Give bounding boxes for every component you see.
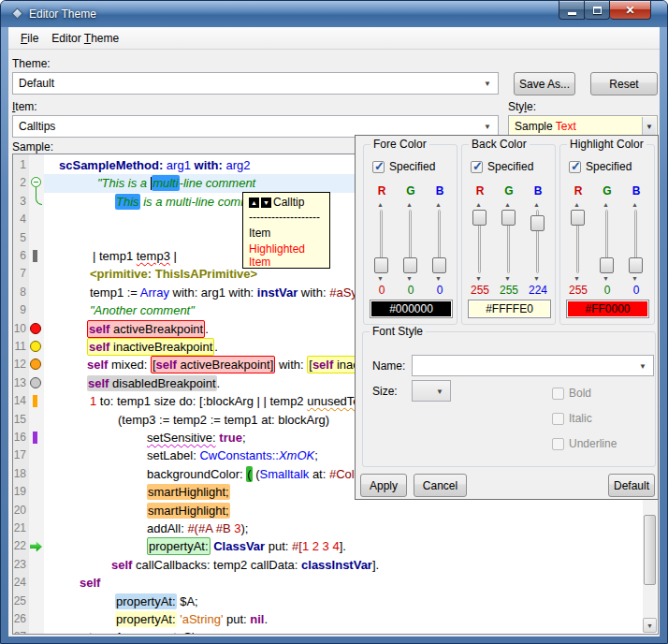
cancel-button[interactable]: Cancel	[414, 474, 467, 497]
channel-slider-r[interactable]: ▲▼	[472, 201, 486, 282]
marker-cell[interactable]	[29, 301, 44, 320]
style-combobox-arrow-button[interactable]: ▼	[642, 117, 656, 136]
marker-cell[interactable]	[29, 574, 44, 593]
line-number[interactable]: 3	[13, 193, 29, 212]
menu-item-file[interactable]: File	[14, 30, 45, 47]
line-number[interactable]: 8	[13, 284, 29, 302]
close-button[interactable]: ✕	[610, 1, 651, 20]
line-number[interactable]: 12	[13, 356, 29, 374]
line-number[interactable]: 27	[13, 628, 29, 635]
specified-checkbox[interactable]	[569, 161, 581, 173]
slider-up-icon[interactable]: ▲	[377, 201, 384, 208]
marker-cell[interactable]	[29, 374, 44, 393]
line-number[interactable]: 2	[13, 174, 29, 193]
inactive-breakpoint-icon[interactable]	[30, 341, 41, 352]
slider-down-icon[interactable]: ▼	[574, 275, 580, 282]
mixed-breakpoint-icon[interactable]	[30, 359, 41, 370]
slider-up-icon[interactable]: ▲	[574, 201, 580, 208]
default-button[interactable]: Default	[608, 474, 655, 497]
line-number[interactable]: 20	[13, 502, 29, 520]
minimize-button[interactable]	[559, 1, 585, 20]
line-number[interactable]: 4	[13, 211, 29, 229]
line-number[interactable]: 14	[13, 392, 29, 411]
slider-thumb[interactable]	[403, 257, 417, 273]
title-bar[interactable]: Editor Theme ✕	[1, 1, 667, 27]
slider-up-icon[interactable]: ▲	[504, 201, 511, 208]
channel-slider-g[interactable]: ▲▼	[501, 201, 516, 282]
marker-cell[interactable]	[29, 593, 44, 611]
slider-down-icon[interactable]: ▼	[504, 275, 511, 282]
line-number[interactable]: 1	[13, 156, 29, 175]
calltip-next-button[interactable]: ▼	[261, 198, 271, 208]
specified-checkbox[interactable]	[372, 161, 385, 173]
slider-down-icon[interactable]: ▼	[377, 275, 384, 282]
marker-cell[interactable]	[29, 628, 44, 635]
marker-cell[interactable]	[29, 556, 44, 575]
marker-cell[interactable]	[29, 392, 44, 411]
color-swatch[interactable]: #FF0000	[566, 300, 649, 318]
slider-down-icon[interactable]: ▼	[475, 275, 482, 282]
slider-thumb[interactable]	[432, 257, 446, 273]
calltip-list-item[interactable]: Item	[249, 227, 324, 240]
marker-cell[interactable]	[29, 411, 44, 430]
line-number[interactable]: 19	[13, 483, 29, 502]
line-number[interactable]: 11	[13, 338, 29, 357]
channel-slider-g[interactable]: ▲▼	[403, 201, 417, 282]
marker-cell[interactable]	[29, 320, 44, 339]
marker-cell[interactable]	[29, 247, 44, 266]
slider-up-icon[interactable]: ▲	[475, 201, 482, 208]
font-name-combobox[interactable]: ▼	[412, 355, 654, 376]
maximize-button[interactable]	[585, 1, 610, 20]
color-swatch[interactable]: #FFFFE0	[468, 300, 551, 318]
disabled-breakpoint-icon[interactable]	[30, 377, 41, 388]
slider-up-icon[interactable]: ▲	[406, 201, 413, 208]
slider-down-icon[interactable]: ▼	[435, 275, 442, 282]
line-number[interactable]: 24	[13, 574, 29, 593]
change-marker-icon[interactable]	[33, 395, 37, 407]
line-number[interactable]: 22	[13, 537, 29, 556]
theme-combobox[interactable]: Default ▼	[12, 72, 499, 95]
line-number[interactable]: 17	[13, 446, 29, 465]
slider-up-icon[interactable]: ▲	[632, 201, 638, 208]
slider-thumb[interactable]	[530, 215, 545, 231]
slider-thumb[interactable]	[629, 257, 643, 273]
marker-cell[interactable]	[29, 465, 44, 484]
slider-thumb[interactable]	[501, 210, 516, 226]
slider-down-icon[interactable]: ▼	[533, 275, 540, 282]
current-line-arrow-icon[interactable]	[30, 541, 42, 551]
scroll-down-button[interactable]: ▼	[643, 618, 657, 633]
slider-up-icon[interactable]: ▲	[435, 201, 442, 208]
marker-cell[interactable]	[29, 338, 44, 357]
change-marker-icon[interactable]	[33, 432, 37, 444]
marker-cell[interactable]	[29, 174, 44, 193]
color-swatch[interactable]: #000000	[370, 300, 453, 318]
marker-cell[interactable]	[29, 483, 44, 502]
marker-cell[interactable]	[29, 429, 44, 447]
slider-thumb[interactable]	[571, 210, 585, 226]
line-number[interactable]: 21	[13, 520, 29, 538]
marker-cell[interactable]	[29, 610, 44, 629]
line-number[interactable]: 7	[13, 265, 29, 284]
marker-cell[interactable]	[29, 156, 44, 175]
line-number[interactable]: 10	[13, 320, 29, 339]
channel-slider-b[interactable]: ▲▼	[530, 201, 545, 282]
line-number[interactable]: 15	[13, 411, 29, 430]
line-number[interactable]: 23	[13, 556, 29, 575]
save-as-button[interactable]: Save As...	[514, 72, 575, 95]
marker-cell[interactable]	[29, 193, 44, 212]
marker-cell[interactable]	[29, 229, 44, 248]
reset-button[interactable]: Reset	[590, 72, 658, 95]
channel-slider-r[interactable]: ▲▼	[571, 201, 585, 282]
channel-slider-g[interactable]: ▲▼	[600, 201, 614, 282]
marker-cell[interactable]	[29, 537, 44, 556]
marker-cell[interactable]	[29, 520, 44, 538]
marker-cell[interactable]	[29, 211, 44, 229]
line-number[interactable]: 16	[13, 429, 29, 447]
menu-item-editor-theme[interactable]: Editor Theme	[45, 30, 125, 47]
line-number[interactable]: 5	[13, 229, 29, 248]
marker-cell[interactable]	[29, 502, 44, 520]
slider-up-icon[interactable]: ▲	[533, 201, 540, 208]
line-number[interactable]: 18	[13, 465, 29, 484]
channel-slider-b[interactable]: ▲▼	[432, 201, 446, 282]
line-number[interactable]: 6	[13, 247, 29, 266]
